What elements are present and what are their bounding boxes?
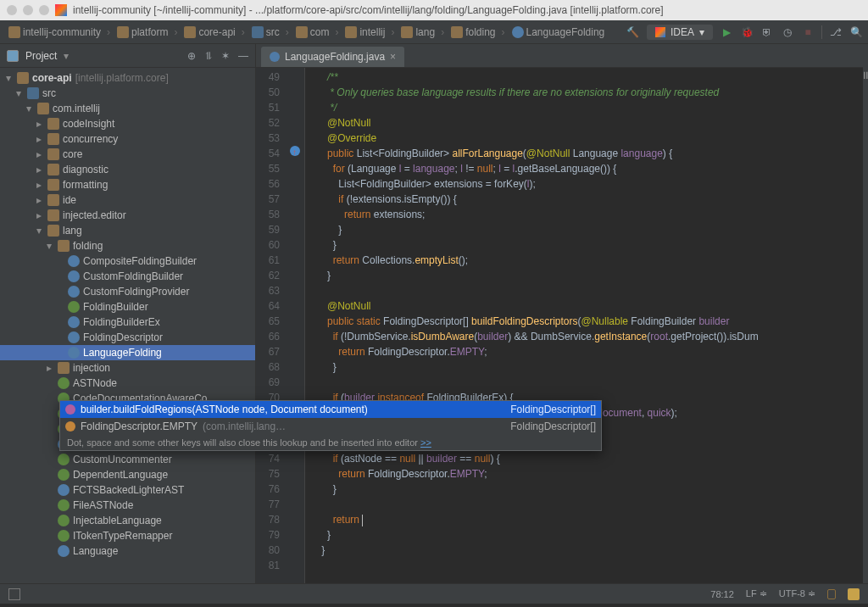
tree-arrow-icon[interactable]: ▾ [14, 87, 24, 99]
tree-item[interactable]: ITokenTypeRemapper [0, 528, 255, 543]
breadcrumb-item[interactable]: intellij-community [5, 23, 114, 42]
search-everywhere-button[interactable]: 🔍 [849, 25, 863, 39]
tree-item[interactable]: ▾ core-api [intellij.platform.core] [0, 70, 255, 86]
run-button[interactable]: ▶ [720, 25, 733, 39]
project-view-label[interactable]: Project [25, 50, 57, 62]
code-completion-popup[interactable]: builder.buildFoldRegions(ASTNode node, D… [59, 400, 602, 451]
code-content[interactable]: /** * Only queries base language results… [305, 68, 863, 583]
close-window-icon[interactable] [7, 5, 17, 15]
breadcrumb-item[interactable]: core-api [181, 23, 248, 42]
tree-item[interactable]: CustomFoldingProvider [0, 284, 255, 299]
tree-item[interactable]: ▸ formatting [0, 177, 255, 192]
tree-arrow-icon[interactable]: ▸ [44, 362, 54, 374]
breadcrumb-item[interactable]: folding [448, 23, 508, 42]
completion-item[interactable]: builder.buildFoldRegions(ASTNode node, D… [60, 401, 601, 418]
tree-arrow-icon[interactable]: ▸ [34, 164, 44, 175]
tool-windows-toggle-icon[interactable] [8, 588, 20, 600]
tree-item-label: CustomFoldingProvider [83, 286, 189, 298]
tree-item[interactable]: ▸ injection [0, 360, 255, 376]
tree-item[interactable]: CompositeFoldingBuilder [0, 253, 255, 269]
tree-arrow-icon[interactable]: ▸ [34, 179, 44, 191]
traffic-lights[interactable] [7, 5, 49, 15]
tree-item[interactable]: FCTSBackedLighterAST [0, 482, 255, 498]
breadcrumb-item[interactable]: LanguageFolding [509, 23, 609, 42]
tree-item[interactable]: FileASTNode [0, 498, 255, 513]
breadcrumb-item[interactable]: src [248, 23, 292, 42]
breadcrumb-item[interactable]: intellij [342, 23, 398, 42]
project-tree[interactable]: ▾ core-api [intellij.platform.core] ▾ sr… [0, 68, 255, 583]
override-marker-icon[interactable] [290, 146, 300, 156]
run-config-selector[interactable]: IDEA ▾ [647, 25, 713, 40]
tree-item[interactable]: ▸ codeInsight [0, 116, 255, 131]
tree-item[interactable]: LanguageFolding [0, 345, 255, 360]
file-encoding[interactable]: UTF-8 ≑ [779, 588, 815, 599]
folder-icon [37, 103, 49, 114]
tree-arrow-icon[interactable]: ▸ [34, 133, 44, 145]
collapse-all-icon[interactable]: ⥮ [204, 50, 213, 62]
tree-item[interactable]: ▾ lang [0, 223, 255, 238]
completion-item[interactable]: FoldingDescriptor.EMPTY (com.intellij.la… [60, 418, 601, 435]
tree-item-label: ASTNode [73, 377, 117, 389]
inspection-profile-icon[interactable] [848, 588, 860, 600]
tree-item[interactable]: FoldingBuilderEx [0, 315, 255, 330]
settings-gear-icon[interactable]: ✶ [221, 50, 230, 62]
tree-item[interactable]: ASTNode [0, 376, 255, 391]
right-toolbar[interactable]: ⏸ [863, 44, 868, 583]
tree-item[interactable]: ▾ folding [0, 238, 255, 253]
caret-position[interactable]: 78:12 [710, 589, 734, 599]
tree-arrow-icon[interactable]: ▸ [34, 148, 44, 160]
editor[interactable]: 4950515253545556575859606162636465666768… [256, 68, 863, 583]
tree-item[interactable]: ▸ concurrency [0, 131, 255, 147]
tree-item[interactable]: FoldingDescriptor [0, 330, 255, 345]
tree-arrow-icon[interactable]: ▸ [34, 194, 44, 206]
tree-item[interactable]: CustomFoldingBuilder [0, 269, 255, 284]
tree-item[interactable]: InjectableLanguage [0, 513, 255, 528]
breadcrumb-item[interactable]: com [292, 23, 342, 42]
tree-item-label: Language [73, 545, 118, 557]
tree-item[interactable]: ▸ injected.editor [0, 208, 255, 223]
tree-item[interactable]: Language [0, 543, 255, 559]
stop-button[interactable]: ■ [801, 25, 815, 39]
line-separator[interactable]: LF ≑ [746, 588, 767, 599]
profile-button[interactable]: ◷ [781, 25, 794, 39]
tree-item[interactable]: ▸ core [0, 147, 255, 162]
editor-tab[interactable]: LanguageFolding.java × [261, 47, 404, 67]
status-bar: 78:12 LF ≑ UTF-8 ≑ [0, 583, 868, 604]
project-view-icon[interactable] [7, 50, 19, 62]
close-tab-icon[interactable]: × [390, 51, 396, 63]
tree-item[interactable]: CustomUncommenter [0, 452, 255, 467]
tree-item[interactable]: ▾ com.intellij [0, 101, 255, 116]
minimize-window-icon[interactable] [23, 5, 33, 15]
tree-arrow-icon[interactable]: ▾ [44, 240, 54, 252]
coverage-button[interactable]: ⛨ [760, 25, 774, 39]
tree-arrow-icon[interactable]: ▾ [3, 72, 14, 84]
tree-item-label: injected.editor [63, 209, 126, 221]
tree-arrow-icon[interactable]: ▸ [34, 118, 44, 130]
folder-icon [58, 362, 70, 374]
folder-icon [47, 164, 59, 175]
readonly-lock-icon[interactable] [827, 589, 836, 599]
locate-icon[interactable]: ⊕ [187, 50, 196, 62]
folder-icon [47, 209, 59, 221]
icon-gutter[interactable] [288, 68, 305, 583]
chevron-down-icon[interactable]: ▾ [64, 50, 69, 62]
completion-hint-link[interactable]: >> [420, 437, 431, 448]
tree-item[interactable]: FoldingBuilder [0, 299, 255, 315]
zoom-window-icon[interactable] [39, 5, 49, 15]
folder-icon [47, 118, 59, 130]
breadcrumb-item[interactable]: platform [114, 23, 181, 42]
hide-tool-window-icon[interactable]: — [238, 50, 248, 62]
tree-item[interactable]: ▸ diagnostic [0, 162, 255, 177]
tree-arrow-icon[interactable]: ▾ [24, 103, 34, 114]
line-number-gutter[interactable]: 4950515253545556575859606162636465666768… [256, 68, 288, 583]
tree-item[interactable]: ▸ ide [0, 192, 255, 208]
tree-arrow-icon[interactable]: ▸ [34, 209, 44, 221]
debug-button[interactable]: 🐞 [740, 25, 754, 39]
folder-icon [47, 148, 59, 160]
tree-item[interactable]: DependentLanguage [0, 467, 255, 482]
breadcrumb-item[interactable]: lang [398, 23, 448, 42]
build-hammer-icon[interactable]: 🔨 [626, 25, 640, 39]
tree-arrow-icon[interactable]: ▾ [34, 225, 44, 237]
vcs-button[interactable]: ⎇ [829, 25, 843, 39]
tree-item[interactable]: ▾ src [0, 86, 255, 101]
